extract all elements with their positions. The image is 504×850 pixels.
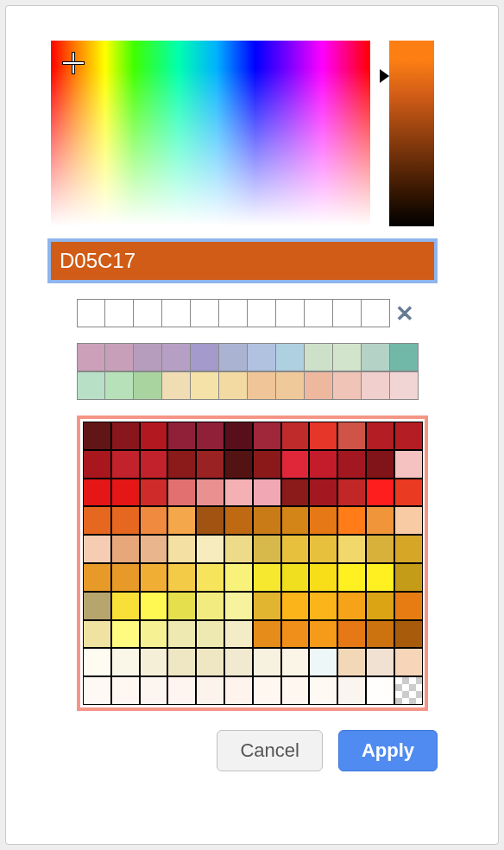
theme-swatch[interactable] xyxy=(281,676,310,705)
theme-swatch[interactable] xyxy=(196,450,224,479)
preset-swatch[interactable] xyxy=(362,343,390,371)
theme-swatch[interactable] xyxy=(140,535,168,563)
theme-swatch[interactable] xyxy=(366,506,394,535)
theme-swatch[interactable] xyxy=(83,648,111,676)
custom-swatch[interactable] xyxy=(219,299,248,327)
theme-swatch[interactable] xyxy=(394,479,423,507)
theme-swatch[interactable] xyxy=(167,422,196,450)
custom-swatch[interactable] xyxy=(305,299,333,327)
preset-swatch[interactable] xyxy=(134,343,162,371)
theme-swatch[interactable] xyxy=(140,620,168,649)
theme-swatch[interactable] xyxy=(281,450,310,479)
slider-thumb-icon[interactable] xyxy=(380,69,389,83)
theme-swatch[interactable] xyxy=(224,648,253,676)
theme-swatch[interactable] xyxy=(337,648,366,676)
theme-swatch[interactable] xyxy=(337,620,366,649)
theme-swatch[interactable] xyxy=(196,506,224,535)
preset-swatch[interactable] xyxy=(276,371,305,400)
theme-swatch[interactable] xyxy=(111,535,140,563)
theme-swatch[interactable] xyxy=(253,422,281,450)
theme-swatch[interactable] xyxy=(366,535,394,563)
theme-swatch[interactable] xyxy=(224,535,253,563)
theme-swatch[interactable] xyxy=(337,563,366,592)
theme-swatch[interactable] xyxy=(111,450,140,479)
theme-swatch[interactable] xyxy=(394,620,423,649)
theme-swatch[interactable] xyxy=(309,563,337,592)
preset-swatch[interactable] xyxy=(248,343,276,371)
theme-swatch[interactable] xyxy=(309,592,337,620)
hue-saturation-field[interactable] xyxy=(51,41,370,226)
theme-swatch[interactable] xyxy=(394,648,423,676)
preset-swatch[interactable] xyxy=(77,371,105,400)
theme-swatch[interactable] xyxy=(337,422,366,450)
theme-swatch[interactable] xyxy=(337,479,366,507)
theme-swatch[interactable] xyxy=(167,676,196,705)
theme-swatch[interactable] xyxy=(309,450,337,479)
theme-swatch[interactable] xyxy=(394,506,423,535)
theme-swatch[interactable] xyxy=(224,506,253,535)
theme-swatch[interactable] xyxy=(140,676,168,705)
preset-swatch[interactable] xyxy=(305,371,333,400)
theme-swatch[interactable] xyxy=(366,422,394,450)
theme-swatch[interactable] xyxy=(140,592,168,620)
theme-swatch[interactable] xyxy=(224,676,253,705)
theme-swatch[interactable] xyxy=(253,592,281,620)
theme-swatch[interactable] xyxy=(224,450,253,479)
theme-swatch[interactable] xyxy=(167,535,196,563)
theme-swatch[interactable] xyxy=(167,479,196,507)
theme-swatch[interactable] xyxy=(196,479,224,507)
theme-swatch[interactable] xyxy=(224,479,253,507)
preset-swatch[interactable] xyxy=(276,343,305,371)
theme-swatch[interactable] xyxy=(140,648,168,676)
theme-swatch[interactable] xyxy=(83,422,111,450)
theme-swatch[interactable] xyxy=(394,535,423,563)
theme-swatch[interactable] xyxy=(366,450,394,479)
theme-swatch[interactable] xyxy=(83,506,111,535)
theme-swatch[interactable] xyxy=(111,648,140,676)
theme-swatch[interactable] xyxy=(366,563,394,592)
theme-swatch[interactable] xyxy=(224,592,253,620)
custom-swatch[interactable] xyxy=(276,299,305,327)
custom-swatch[interactable] xyxy=(162,299,191,327)
brightness-slider[interactable] xyxy=(389,41,434,226)
theme-swatch[interactable] xyxy=(253,620,281,649)
theme-swatch[interactable] xyxy=(366,620,394,649)
theme-swatch[interactable] xyxy=(253,563,281,592)
theme-swatch[interactable] xyxy=(309,422,337,450)
preset-swatch[interactable] xyxy=(191,371,219,400)
theme-swatch[interactable] xyxy=(83,620,111,649)
preset-swatch[interactable] xyxy=(219,343,248,371)
theme-swatch[interactable] xyxy=(309,620,337,649)
theme-swatch[interactable] xyxy=(224,620,253,649)
theme-swatch[interactable] xyxy=(253,506,281,535)
theme-swatch[interactable] xyxy=(196,592,224,620)
theme-swatch[interactable] xyxy=(281,620,310,649)
theme-swatch[interactable] xyxy=(111,479,140,507)
preset-swatch[interactable] xyxy=(162,371,191,400)
theme-swatch[interactable] xyxy=(167,563,196,592)
theme-swatch[interactable] xyxy=(196,648,224,676)
theme-swatch[interactable] xyxy=(140,422,168,450)
theme-swatch[interactable] xyxy=(337,450,366,479)
theme-swatch[interactable] xyxy=(281,422,310,450)
theme-swatch[interactable] xyxy=(366,592,394,620)
theme-swatch[interactable] xyxy=(394,676,423,705)
preset-swatch[interactable] xyxy=(248,371,276,400)
theme-swatch[interactable] xyxy=(337,535,366,563)
theme-swatch[interactable] xyxy=(394,450,423,479)
theme-swatch[interactable] xyxy=(309,506,337,535)
theme-swatch[interactable] xyxy=(83,535,111,563)
theme-swatch[interactable] xyxy=(224,422,253,450)
hex-input[interactable] xyxy=(51,242,434,280)
theme-swatch[interactable] xyxy=(253,450,281,479)
theme-swatch[interactable] xyxy=(196,620,224,649)
theme-swatch[interactable] xyxy=(366,648,394,676)
theme-swatch[interactable] xyxy=(309,648,337,676)
theme-swatch[interactable] xyxy=(111,422,140,450)
preset-swatch[interactable] xyxy=(362,371,390,400)
theme-swatch[interactable] xyxy=(309,535,337,563)
theme-swatch[interactable] xyxy=(281,535,310,563)
custom-swatch[interactable] xyxy=(77,299,105,327)
preset-swatch[interactable] xyxy=(390,371,419,400)
preset-swatch[interactable] xyxy=(77,343,105,371)
